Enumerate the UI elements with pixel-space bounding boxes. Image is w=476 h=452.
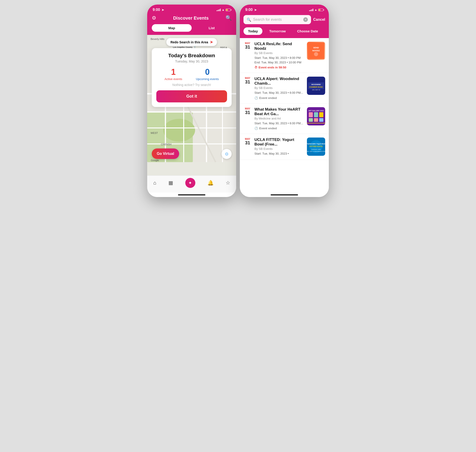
event-organizer-0: By SB Events [254, 51, 304, 55]
settings-icon[interactable]: ⚙ [152, 15, 156, 21]
phone-discover-events: 9:00 ➤ ▲ ⚙ Discover Events 🔍 Map List [147, 5, 236, 197]
home-icon: ⌂ [153, 180, 156, 186]
date-chip-today[interactable]: Today [244, 27, 262, 35]
nav-home[interactable]: ⌂ [153, 180, 156, 186]
star-icon: ☆ [226, 180, 230, 186]
event-day-0: 31 [245, 45, 250, 49]
search-button[interactable]: 🔍 [225, 15, 232, 21]
event-title-1: UCLA Alpert: Woodwind Chamb... [254, 77, 304, 86]
nav-favorites[interactable]: ☆ [226, 180, 230, 186]
event-date-art: MAY 31 [244, 107, 252, 130]
event-title-2: What Makes Your HeART Beat Art Ga... [254, 107, 304, 116]
svg-rect-26 [309, 112, 313, 117]
date-filter: Today Tomorrow Choose Date [240, 27, 329, 38]
svg-text:5–8 PM • SAC CONFERENCE ROOM 2: 5–8 PM • SAC CONFERENCE ROOM 2 [307, 151, 325, 152]
event-month-1: MAY [245, 77, 250, 79]
event-title-3: UCLA FITTED: Yogurt Bowl (Free... [254, 138, 304, 147]
breakdown-stats: 1 Active events 0 Upcoming events [156, 67, 227, 81]
svg-text:WOODWIND: WOODWIND [311, 84, 321, 85]
event-time-2: Start: Tue, May 30, 2023 • 6:00 PM... [254, 121, 304, 126]
wifi-icon-1: ▲ [222, 8, 224, 11]
event-thumb-3: Fashionable Yogurt Bowl FITTED EATS TUES… [307, 138, 325, 156]
status-icons-1: ▲ [217, 8, 231, 11]
svg-text:CHAMBER MUSIC: CHAMBER MUSIC [309, 86, 323, 88]
event-date-noodz: MAY 31 [244, 42, 252, 69]
events-list: MAY 31 UCLA ResLife: Send Noodz By SB Ev… [240, 38, 329, 193]
home-indicator-2 [240, 193, 329, 197]
explore-icon: ✦ [185, 178, 195, 188]
event-month-2: MAY [245, 107, 250, 110]
go-virtual-button[interactable]: Go Virtual [152, 148, 179, 159]
svg-text:SEND: SEND [313, 47, 319, 49]
event-day-1: 31 [245, 79, 250, 84]
signal-icon-1 [217, 8, 221, 11]
breakdown-date: Tuesday, May 30, 2023 [156, 60, 227, 63]
event-time-3: Start: Tue, May 30, 2023 • [254, 151, 304, 156]
status-time-1: 9:00 ➤ [153, 8, 164, 12]
svg-point-18 [314, 52, 318, 56]
event-date-woodwind: MAY 31 [244, 77, 252, 100]
event-time-0: Start: Tue, May 30, 2023 • 8:00 PM End: … [254, 56, 304, 65]
clock-ended-icon-2: 🕐 [254, 126, 258, 130]
discover-events-header: ⚙ Discover Events 🔍 [147, 13, 236, 24]
event-item-woodwind[interactable]: MAY 31 UCLA Alpert: Woodwind Chamb... By… [240, 73, 329, 104]
svg-text:ART GALLERY 2023: ART GALLERY 2023 [308, 110, 324, 112]
home-indicator-1 [147, 193, 236, 197]
got-it-button[interactable]: Got it [156, 90, 227, 102]
event-time-1: Start: Tue, May 30, 2023 • 6:00 PM... [254, 91, 304, 95]
wifi-icon-2: ▲ [314, 8, 317, 11]
event-info-woodwind: UCLA Alpert: Woodwind Chamb... By SB Eve… [254, 77, 304, 100]
search-input-box[interactable]: 🔍 Search for events ✕ [244, 15, 311, 24]
tab-map[interactable]: Map [152, 24, 192, 32]
upcoming-count: 0 [196, 67, 219, 77]
date-chip-choose[interactable]: Choose Date [292, 27, 323, 35]
home-bar-2 [271, 194, 298, 195]
phone-search-events: 9:00 ➤ ▲ 🔍 Search for events ✕ Cancel [240, 5, 329, 197]
status-time-2: 9:00 ➤ [245, 8, 257, 12]
active-events-stat: 1 Active events [164, 67, 182, 81]
map-area[interactable]: Beverly Hills BREA Culver City WEST CREN… [147, 35, 236, 175]
tab-list[interactable]: List [192, 24, 232, 32]
event-title-0: UCLA ResLife: Send Noodz [254, 42, 304, 51]
event-organizer-1: By SB Events [254, 86, 304, 90]
event-month-0: MAY [245, 42, 250, 45]
svg-text:TUESDAY, MAY: TUESDAY, MAY [311, 149, 321, 150]
location-button[interactable]: ⊙ [222, 149, 232, 159]
svg-text:FITTED EATS: FITTED EATS [309, 145, 322, 147]
svg-rect-20 [308, 82, 324, 89]
search-header: 🔍 Search for events ✕ Cancel [240, 13, 329, 27]
clock-2: 9:00 [245, 8, 253, 12]
nav-explore[interactable]: ✦ [185, 178, 195, 188]
event-item-art[interactable]: MAY 31 What Makes Your HeART Beat Art Ga… [240, 104, 329, 134]
event-month-3: MAY [245, 138, 250, 140]
cancel-search-button[interactable]: Cancel [313, 18, 325, 22]
breakdown-card: Today's Breakdown Tuesday, May 30, 2023 … [152, 48, 232, 107]
battery-icon-1 [226, 9, 231, 11]
clock-1: 9:00 [153, 8, 160, 12]
search-icon: 🔍 [247, 18, 251, 22]
redo-search-button[interactable]: Redo Search in this Area ➤ [166, 38, 217, 46]
clock-ended-icon-1: 🕐 [254, 96, 258, 100]
nav-calendar[interactable]: ▦ [168, 180, 173, 186]
google-label: Google [151, 159, 159, 162]
event-day-2: 31 [245, 110, 250, 115]
search-placeholder: Search for events [253, 18, 301, 22]
empty-message: Nothing active? Try search! [156, 83, 227, 87]
event-status-0: ⏱ Event ends in 59:50 [254, 66, 304, 69]
navigation-icon: ➤ [210, 40, 213, 44]
clock-ending-icon: ⏱ [254, 66, 257, 69]
event-item-fitted[interactable]: MAY 31 UCLA FITTED: Yogurt Bowl (Free...… [240, 134, 329, 160]
event-item-noodz[interactable]: MAY 31 UCLA ResLife: Send Noodz By SB Ev… [240, 38, 329, 73]
redo-search-label: Redo Search in this Area [170, 40, 208, 44]
svg-text:NOODZ: NOODZ [312, 49, 320, 52]
date-chip-tomorrow[interactable]: Tomorrow [265, 27, 290, 35]
svg-rect-29 [309, 118, 313, 122]
nav-notifications[interactable]: 🔔 [207, 180, 214, 186]
page-title: Discover Events [173, 15, 209, 21]
event-info-noodz: UCLA ResLife: Send Noodz By SB Events St… [254, 42, 304, 69]
clear-search-button[interactable]: ✕ [303, 17, 308, 22]
event-status-1: 🕐 Event ended [254, 96, 304, 100]
svg-rect-30 [314, 118, 318, 122]
active-label: Active events [164, 77, 182, 81]
event-thumb-2: ART GALLERY 2023 [307, 107, 325, 126]
